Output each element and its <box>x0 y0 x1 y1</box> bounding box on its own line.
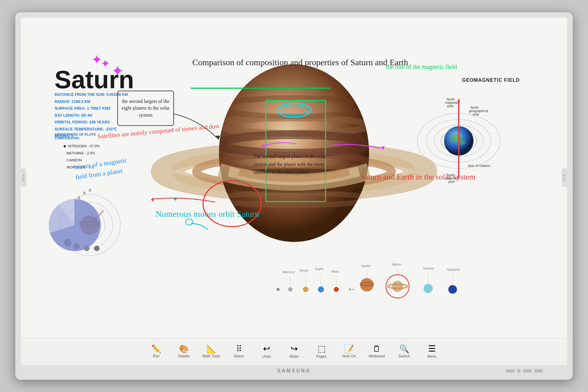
select-label: Select <box>234 354 244 358</box>
svg-text:pole: pole <box>447 104 454 108</box>
star-decoration-1: ✦ <box>91 53 103 66</box>
left-handle[interactable] <box>21 168 26 187</box>
svg-point-23 <box>427 119 491 162</box>
pen-label: Pen <box>153 354 159 358</box>
svg-point-26 <box>444 126 473 156</box>
svg-text:6: 6 <box>83 191 85 195</box>
svg-text:✦: ✦ <box>172 195 178 203</box>
svg-text:Jupiter: Jupiter <box>361 264 371 268</box>
svg-text:pole: pole <box>473 112 479 116</box>
svg-text:Neptune: Neptune <box>447 268 460 271</box>
second-largest-box: the second largest of the eight planets … <box>117 91 174 126</box>
svg-point-49 <box>94 246 100 251</box>
saturn-title: Saturn <box>55 65 134 94</box>
svg-text:North: North <box>470 106 479 109</box>
svg-text:Saturn: Saturn <box>391 262 401 266</box>
search-icon: 🔍 <box>399 345 409 353</box>
svg-point-43 <box>74 210 105 240</box>
palette-label: Palette <box>178 354 189 358</box>
bottom-controls <box>506 369 543 373</box>
svg-point-44 <box>80 215 100 235</box>
pages-icon: ⬚ <box>318 345 326 353</box>
svg-text:d: d <box>78 195 80 200</box>
svg-point-48 <box>84 246 89 251</box>
svg-point-47 <box>74 243 80 250</box>
svg-marker-15 <box>216 136 220 140</box>
note-on-icon: 📝 <box>344 345 354 353</box>
svg-point-59 <box>349 288 351 290</box>
saturn-earth-text: Saturn and Earth in the solar system <box>360 171 475 183</box>
svg-point-7 <box>219 135 369 153</box>
svg-point-5 <box>219 98 369 116</box>
svg-point-64 <box>388 284 407 288</box>
svg-point-25 <box>441 130 477 152</box>
menu-label: Menu <box>427 354 436 359</box>
svg-point-22 <box>417 113 500 168</box>
svg-marker-30 <box>458 98 460 102</box>
pen-tool[interactable]: ✏️ Pen <box>144 341 168 362</box>
svg-point-65 <box>386 275 409 298</box>
menu-icon: ☰ <box>428 345 436 353</box>
svg-point-60 <box>352 289 354 290</box>
svg-point-27 <box>450 134 461 141</box>
bottom-bezel: SAMSUNG <box>21 365 567 377</box>
redo-label: Redo <box>290 354 299 359</box>
select-icon: ⠿ <box>236 345 242 353</box>
port-indicator-1 <box>506 369 514 372</box>
right-handle[interactable] <box>562 168 567 187</box>
undo-tool[interactable]: ↩ Undo <box>254 341 279 362</box>
select-tool[interactable]: ⠿ Select <box>227 341 251 362</box>
toolbar: ✏️ Pen 🎨 Palette 📐 Math Tools ⠿ Select ↩… <box>21 337 567 365</box>
palette-icon: 🎨 <box>179 345 189 353</box>
svg-text:Mercury: Mercury <box>283 270 295 274</box>
svg-text:magnetic: magnetic <box>445 101 459 104</box>
svg-point-6 <box>219 118 369 133</box>
miniboard-tool[interactable]: 🗒 Miniboard <box>364 341 389 362</box>
svg-marker-17 <box>381 146 385 150</box>
svg-point-46 <box>64 239 71 246</box>
svg-marker-53 <box>93 217 96 221</box>
undo-label: Undo <box>262 354 271 359</box>
search-label: Search <box>398 354 410 358</box>
svg-point-55 <box>288 287 292 292</box>
moons-text: Numerous moons orbit Saturn <box>156 208 259 221</box>
star-decoration-2: ✦ <box>100 57 110 70</box>
svg-point-12 <box>282 106 306 115</box>
palette-tool[interactable]: 🎨 Palette <box>172 341 196 362</box>
svg-text:Mars: Mars <box>331 270 339 273</box>
svg-point-66 <box>424 284 433 293</box>
math-label: Math Tools <box>202 354 220 358</box>
svg-marker-19 <box>151 198 154 202</box>
undo-icon: ↩ <box>263 345 270 353</box>
svg-text:d: d <box>89 188 91 192</box>
svg-rect-14 <box>266 100 326 202</box>
svg-point-24 <box>434 125 483 157</box>
port-indicator-3 <box>534 369 543 372</box>
svg-text:Venus: Venus <box>299 269 308 272</box>
pen-icon: ✏️ <box>151 345 161 353</box>
search-tool[interactable]: 🔍 Search <box>392 341 417 362</box>
note-on-tool[interactable]: 📝 Note On <box>337 341 361 362</box>
atmosphere-title: ATMOSPHERE OF PLUTO COMPOSITION: <box>55 133 96 140</box>
svg-point-11 <box>277 104 311 117</box>
menu-tool[interactable]: ☰ Menu <box>420 341 444 362</box>
pages-tool[interactable]: ⬚ Pages <box>309 341 334 362</box>
main-heading: Comparison of composition and properties… <box>192 56 408 69</box>
monitor: ✦ North magnetic pole North <box>15 12 573 380</box>
magnetic-role-text: the role of the magnetic field <box>386 62 457 71</box>
brand-label: SAMSUNG <box>277 368 311 374</box>
svg-point-63 <box>392 281 403 292</box>
svg-point-10 <box>219 193 369 205</box>
note-on-label: Note On <box>342 354 356 358</box>
star-decoration-3: ✦ <box>111 62 124 80</box>
canvas-area[interactable]: ✦ North magnetic pole North <box>21 18 567 337</box>
power-button[interactable] <box>517 369 521 373</box>
miniboard-label: Miniboard <box>369 354 385 358</box>
redo-tool[interactable]: ↪ Redo <box>282 341 306 362</box>
second-largest-text: The second largest planet in the solar s… <box>254 153 333 176</box>
svg-text:geographical: geographical <box>469 109 488 113</box>
svg-text:Uranus: Uranus <box>423 266 434 270</box>
svg-point-58 <box>334 287 339 292</box>
math-tools-tool[interactable]: 📐 Math Tools <box>199 341 224 362</box>
svg-point-56 <box>303 287 308 292</box>
